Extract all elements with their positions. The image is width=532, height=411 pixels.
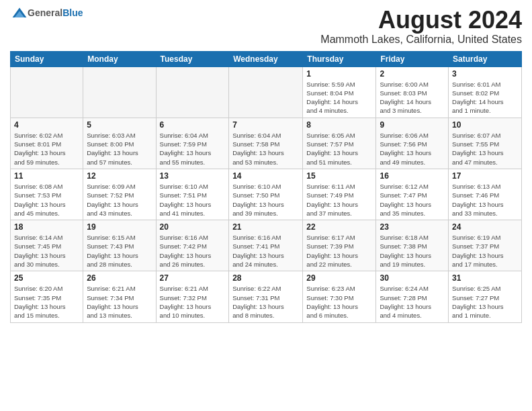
day-number: 31 <box>452 273 518 283</box>
day-number: 9 <box>380 120 445 130</box>
day-number: 21 <box>232 222 299 232</box>
week-row-1: 4Sunrise: 6:02 AM Sunset: 8:01 PM Daylig… <box>11 118 522 169</box>
page: GeneralBlue August 2024 Mammoth Lakes, C… <box>0 0 532 411</box>
week-row-0: 1Sunrise: 5:59 AM Sunset: 8:04 PM Daylig… <box>11 66 522 118</box>
calendar-cell: 25Sunrise: 6:20 AM Sunset: 7:35 PM Dayli… <box>11 271 83 322</box>
calendar-cell: 22Sunrise: 6:17 AM Sunset: 7:39 PM Dayli… <box>303 220 376 271</box>
day-info: Sunrise: 6:01 AM Sunset: 8:02 PM Dayligh… <box>452 80 518 116</box>
week-row-2: 11Sunrise: 6:08 AM Sunset: 7:53 PM Dayli… <box>11 169 522 220</box>
calendar-cell: 7Sunrise: 6:04 AM Sunset: 7:58 PM Daylig… <box>229 118 303 169</box>
day-number: 8 <box>306 120 372 130</box>
calendar: Sunday Monday Tuesday Wednesday Thursday… <box>10 51 522 323</box>
day-info: Sunrise: 6:11 AM Sunset: 7:49 PM Dayligh… <box>306 182 372 218</box>
day-info: Sunrise: 6:16 AM Sunset: 7:42 PM Dayligh… <box>160 233 226 269</box>
calendar-cell: 3Sunrise: 6:01 AM Sunset: 8:02 PM Daylig… <box>449 66 522 118</box>
calendar-cell: 21Sunrise: 6:16 AM Sunset: 7:41 PM Dayli… <box>229 220 303 271</box>
header-wednesday: Wednesday <box>229 51 303 66</box>
day-info: Sunrise: 6:05 AM Sunset: 7:57 PM Dayligh… <box>306 131 372 167</box>
logo-general: General <box>28 7 62 18</box>
day-number: 29 <box>306 273 372 283</box>
day-info: Sunrise: 6:07 AM Sunset: 7:55 PM Dayligh… <box>452 131 518 167</box>
calendar-cell: 1Sunrise: 5:59 AM Sunset: 8:04 PM Daylig… <box>303 66 376 118</box>
calendar-cell: 12Sunrise: 6:09 AM Sunset: 7:52 PM Dayli… <box>83 169 156 220</box>
day-number: 16 <box>380 171 445 181</box>
day-info: Sunrise: 6:17 AM Sunset: 7:39 PM Dayligh… <box>306 233 372 269</box>
day-number: 24 <box>452 222 518 232</box>
week-row-3: 18Sunrise: 6:14 AM Sunset: 7:45 PM Dayli… <box>11 220 522 271</box>
day-number: 12 <box>87 171 152 181</box>
day-info: Sunrise: 6:19 AM Sunset: 7:37 PM Dayligh… <box>452 233 518 269</box>
day-info: Sunrise: 6:08 AM Sunset: 7:53 PM Dayligh… <box>14 182 79 218</box>
day-info: Sunrise: 6:14 AM Sunset: 7:45 PM Dayligh… <box>14 233 79 269</box>
day-info: Sunrise: 6:20 AM Sunset: 7:35 PM Dayligh… <box>14 284 79 320</box>
calendar-cell: 14Sunrise: 6:10 AM Sunset: 7:50 PM Dayli… <box>229 169 303 220</box>
day-info: Sunrise: 6:06 AM Sunset: 7:56 PM Dayligh… <box>380 131 445 167</box>
day-number: 3 <box>452 69 518 79</box>
calendar-cell: 2Sunrise: 6:00 AM Sunset: 8:03 PM Daylig… <box>376 66 449 118</box>
day-info: Sunrise: 6:12 AM Sunset: 7:47 PM Dayligh… <box>380 182 445 218</box>
day-info: Sunrise: 6:22 AM Sunset: 7:31 PM Dayligh… <box>232 284 299 320</box>
calendar-cell: 31Sunrise: 6:25 AM Sunset: 7:27 PM Dayli… <box>449 271 522 322</box>
day-number: 4 <box>14 120 79 130</box>
day-info: Sunrise: 6:10 AM Sunset: 7:51 PM Dayligh… <box>160 182 226 218</box>
day-info: Sunrise: 6:16 AM Sunset: 7:41 PM Dayligh… <box>232 233 299 269</box>
day-info: Sunrise: 6:04 AM Sunset: 7:58 PM Dayligh… <box>232 131 299 167</box>
day-info: Sunrise: 6:18 AM Sunset: 7:38 PM Dayligh… <box>380 233 445 269</box>
day-info: Sunrise: 5:59 AM Sunset: 8:04 PM Dayligh… <box>306 80 372 116</box>
calendar-cell: 4Sunrise: 6:02 AM Sunset: 8:01 PM Daylig… <box>11 118 83 169</box>
calendar-cell: 27Sunrise: 6:21 AM Sunset: 7:32 PM Dayli… <box>156 271 229 322</box>
day-number: 20 <box>160 222 226 232</box>
calendar-cell: 10Sunrise: 6:07 AM Sunset: 7:55 PM Dayli… <box>449 118 522 169</box>
day-info: Sunrise: 6:21 AM Sunset: 7:32 PM Dayligh… <box>160 284 226 320</box>
calendar-cell: 16Sunrise: 6:12 AM Sunset: 7:47 PM Dayli… <box>376 169 449 220</box>
calendar-cell: 6Sunrise: 6:04 AM Sunset: 7:59 PM Daylig… <box>156 118 229 169</box>
day-number: 15 <box>306 171 372 181</box>
day-info: Sunrise: 6:15 AM Sunset: 7:43 PM Dayligh… <box>87 233 152 269</box>
header-friday: Friday <box>376 51 449 66</box>
calendar-header: Sunday Monday Tuesday Wednesday Thursday… <box>11 51 522 66</box>
calendar-cell <box>83 66 156 118</box>
calendar-cell: 9Sunrise: 6:06 AM Sunset: 7:56 PM Daylig… <box>376 118 449 169</box>
calendar-cell <box>229 66 303 118</box>
logo: GeneralBlue <box>10 7 83 20</box>
calendar-cell: 5Sunrise: 6:03 AM Sunset: 8:00 PM Daylig… <box>83 118 156 169</box>
calendar-cell: 23Sunrise: 6:18 AM Sunset: 7:38 PM Dayli… <box>376 220 449 271</box>
header-sunday: Sunday <box>11 51 83 66</box>
calendar-cell: 15Sunrise: 6:11 AM Sunset: 7:49 PM Dayli… <box>303 169 376 220</box>
day-info: Sunrise: 6:02 AM Sunset: 8:01 PM Dayligh… <box>14 131 79 167</box>
calendar-cell <box>156 66 229 118</box>
day-number: 11 <box>14 171 79 181</box>
day-number: 19 <box>87 222 152 232</box>
calendar-cell: 29Sunrise: 6:23 AM Sunset: 7:30 PM Dayli… <box>303 271 376 322</box>
logo-icon <box>11 7 28 20</box>
calendar-cell: 11Sunrise: 6:08 AM Sunset: 7:53 PM Dayli… <box>11 169 83 220</box>
calendar-cell <box>11 66 83 118</box>
day-number: 28 <box>232 273 299 283</box>
title-block: August 2024 Mammoth Lakes, California, U… <box>320 7 522 46</box>
calendar-cell: 19Sunrise: 6:15 AM Sunset: 7:43 PM Dayli… <box>83 220 156 271</box>
day-number: 7 <box>232 120 299 130</box>
day-info: Sunrise: 6:21 AM Sunset: 7:34 PM Dayligh… <box>87 284 152 320</box>
day-info: Sunrise: 6:09 AM Sunset: 7:52 PM Dayligh… <box>87 182 152 218</box>
calendar-cell: 8Sunrise: 6:05 AM Sunset: 7:57 PM Daylig… <box>303 118 376 169</box>
day-number: 2 <box>380 69 445 79</box>
day-number: 17 <box>452 171 518 181</box>
calendar-cell: 28Sunrise: 6:22 AM Sunset: 7:31 PM Dayli… <box>229 271 303 322</box>
day-number: 6 <box>160 120 226 130</box>
day-number: 26 <box>87 273 152 283</box>
day-number: 10 <box>452 120 518 130</box>
calendar-cell: 24Sunrise: 6:19 AM Sunset: 7:37 PM Dayli… <box>449 220 522 271</box>
day-info: Sunrise: 6:13 AM Sunset: 7:46 PM Dayligh… <box>452 182 518 218</box>
day-info: Sunrise: 6:00 AM Sunset: 8:03 PM Dayligh… <box>380 80 445 116</box>
day-info: Sunrise: 6:04 AM Sunset: 7:59 PM Dayligh… <box>160 131 226 167</box>
calendar-cell: 17Sunrise: 6:13 AM Sunset: 7:46 PM Dayli… <box>449 169 522 220</box>
day-number: 13 <box>160 171 226 181</box>
subtitle: Mammoth Lakes, California, United States <box>320 34 522 46</box>
day-number: 5 <box>87 120 152 130</box>
day-number: 27 <box>160 273 226 283</box>
calendar-body: 1Sunrise: 5:59 AM Sunset: 8:04 PM Daylig… <box>11 66 522 322</box>
day-info: Sunrise: 6:25 AM Sunset: 7:27 PM Dayligh… <box>452 284 518 320</box>
logo-blue: Blue <box>62 7 83 18</box>
day-number: 22 <box>306 222 372 232</box>
day-number: 23 <box>380 222 445 232</box>
